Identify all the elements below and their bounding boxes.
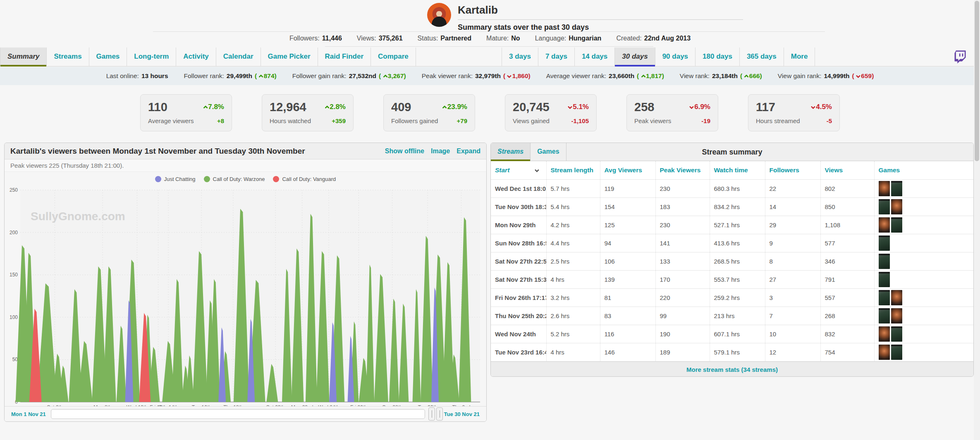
info-item: Views:375,261 — [357, 35, 403, 42]
tab-7-days[interactable]: 7 days — [538, 48, 575, 67]
info-item: Created:22nd Aug 2013 — [616, 35, 691, 42]
game-thumb-warzone[interactable] — [891, 345, 902, 360]
table-cell: 7 — [765, 307, 820, 325]
caret-up-icon — [744, 74, 749, 79]
table-cell: 116 — [600, 325, 655, 343]
stream-start-link[interactable]: Tue Nov 23rd 16:46 — [491, 343, 546, 361]
tab-30-days[interactable]: 30 days — [615, 48, 655, 67]
tab-180-days[interactable]: 180 days — [696, 48, 740, 67]
column-header-avg-viewers[interactable]: Avg Viewers — [600, 161, 655, 179]
table-tab-games[interactable]: Games — [531, 143, 566, 161]
tab-90-days[interactable]: 90 days — [655, 48, 696, 67]
column-header-views[interactable]: Views — [820, 161, 874, 179]
table-cell: 9 — [765, 234, 820, 252]
game-thumb-warzone[interactable] — [891, 326, 902, 342]
table-row: Thu Nov 25th 20:252.6 hrs8399213 hrs7268 — [491, 307, 973, 325]
game-thumb-vanguard[interactable] — [891, 290, 902, 305]
stream-start-link[interactable]: Wed Dec 1st 18:01 — [491, 179, 546, 197]
scrollbar-thumb[interactable] — [975, 1, 979, 161]
column-header-games[interactable]: Games — [874, 161, 973, 179]
game-thumb-vanguard[interactable] — [891, 308, 902, 323]
slider-handle-left[interactable] — [428, 407, 435, 421]
column-header-peak-viewers[interactable]: Peak Viewers — [655, 161, 710, 179]
games-cell — [874, 252, 973, 270]
stream-start-link[interactable]: Tue Nov 30th 18:34 — [491, 197, 546, 216]
tab-activity[interactable]: Activity — [176, 48, 216, 67]
viewers-chart-panel: Kartalib's viewers between Monday 1st No… — [4, 143, 487, 422]
game-thumb-warzone[interactable] — [879, 235, 890, 251]
table-cell: 12 — [765, 343, 820, 361]
slider-track[interactable] — [51, 409, 425, 419]
table-cell: 146 — [600, 343, 655, 361]
table-cell: 27 — [765, 270, 820, 288]
stream-start-link[interactable]: Sat Nov 27th 15:30 — [491, 270, 546, 288]
table-cell: 220 — [655, 288, 710, 307]
tab-long-term[interactable]: Long-term — [127, 48, 176, 67]
stream-start-link[interactable]: Sun Nov 28th 16:51 — [491, 234, 546, 252]
divider — [153, 31, 825, 32]
game-thumb-vanguard[interactable] — [879, 217, 890, 233]
table-cell: 190 — [655, 325, 710, 343]
divider — [458, 19, 743, 20]
chart-legend: Just ChattingCall of Duty: WarzoneCall o… — [5, 174, 486, 184]
viewers-area-chart[interactable]: SullyGnome.com050100150200250Sat 6thMon … — [5, 184, 486, 409]
slider-start-label[interactable]: Mon 1 Nov 21 — [11, 411, 46, 417]
tab-14-days[interactable]: 14 days — [575, 48, 615, 67]
game-thumb-warzone[interactable] — [891, 181, 902, 196]
column-header-watch-time[interactable]: Watch time — [710, 161, 765, 179]
expand-link[interactable]: Expand — [457, 147, 480, 155]
game-thumb-warzone[interactable] — [879, 290, 890, 305]
stat-card-average-viewers: 110Average viewers 7.8%+8 — [140, 94, 232, 131]
twitch-icon[interactable] — [954, 50, 967, 64]
tab-raid-finder[interactable]: Raid Finder — [318, 48, 371, 67]
game-thumb-warzone[interactable] — [879, 199, 890, 214]
stream-summary-panel: StreamsGames Stream summary Start Stream… — [490, 143, 974, 377]
slider-handle-right[interactable] — [436, 407, 443, 421]
table-cell: 2.6 hrs — [546, 307, 600, 325]
stream-start-link[interactable]: Sat Nov 27th 22:57 — [491, 252, 546, 270]
game-thumb-vanguard[interactable] — [879, 345, 890, 360]
svg-text:250: 250 — [10, 187, 18, 193]
stream-start-link[interactable]: Mon Nov 29th — [491, 216, 546, 234]
column-header-followers[interactable]: Followers — [765, 161, 820, 179]
avatar[interactable] — [427, 3, 451, 27]
image-link[interactable]: Image — [431, 147, 450, 155]
game-thumb-warzone[interactable] — [879, 254, 890, 269]
tab-game-picker[interactable]: Game Picker — [261, 48, 318, 67]
table-cell: 119 — [600, 179, 655, 197]
tab-365-days[interactable]: 365 days — [740, 48, 784, 67]
table-tabs: StreamsGames — [491, 143, 566, 161]
table-row: Sun Nov 28th 16:514.4 hrs94141413.6 hrs9… — [491, 234, 973, 252]
game-thumb-vanguard[interactable] — [879, 326, 890, 342]
table-tab-streams[interactable]: Streams — [491, 143, 531, 161]
tab-streams[interactable]: Streams — [47, 48, 89, 67]
page-scrollbar[interactable] — [974, 0, 980, 440]
game-thumb-warzone[interactable] — [879, 272, 890, 287]
svg-text:200: 200 — [10, 230, 18, 235]
stream-start-link[interactable]: Fri Nov 26th 17:17 — [491, 288, 546, 307]
games-cell — [874, 216, 973, 234]
stream-start-link[interactable]: Wed Nov 24th — [491, 325, 546, 343]
tab-compare[interactable]: Compare — [371, 48, 416, 67]
tab-calendar[interactable]: Calendar — [216, 48, 261, 67]
column-header-stream-length[interactable]: Stream length — [546, 161, 600, 179]
caret-down-icon — [567, 104, 572, 109]
game-thumb-vanguard[interactable] — [891, 199, 902, 214]
more-stream-stats-link[interactable]: More stream stats (34 streams) — [491, 362, 973, 377]
tab-3-days[interactable]: 3 days — [502, 48, 538, 67]
column-header-start[interactable]: Start — [491, 161, 546, 179]
games-cell — [874, 179, 973, 197]
tab-summary[interactable]: Summary — [0, 48, 47, 67]
info-item: Mature:No — [486, 35, 520, 42]
show-offline-link[interactable]: Show offline — [385, 147, 424, 155]
tab-games[interactable]: Games — [89, 48, 127, 67]
caret-down-icon — [810, 104, 815, 109]
game-thumb-warzone[interactable] — [879, 308, 890, 323]
tab-more[interactable]: More — [784, 48, 815, 67]
game-thumb-vanguard[interactable] — [879, 181, 890, 196]
slider-end-label[interactable]: Tue 30 Nov 21 — [444, 411, 480, 417]
table-row: Fri Nov 26th 17:173.2 hrs81220259.2 hrs3… — [491, 288, 973, 307]
game-thumb-warzone[interactable] — [891, 217, 902, 233]
stream-start-link[interactable]: Thu Nov 25th 20:25 — [491, 307, 546, 325]
table-cell: 834.2 hrs — [710, 197, 765, 216]
